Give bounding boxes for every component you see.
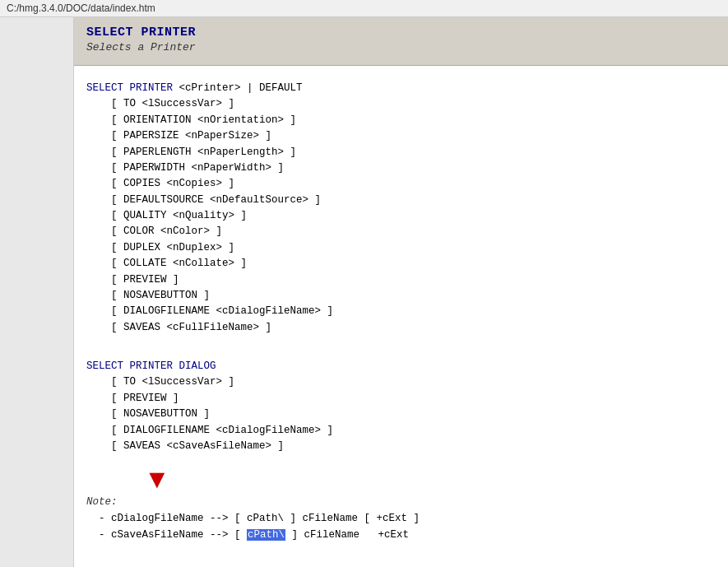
arrow-container: ▼ [74, 462, 728, 494]
syntax1-label: SELECT PRINTER <cPrinter> | DEFAULT [86, 81, 716, 96]
syntax1-opt-15: [ SAVEAS <cFullFileName> ] [86, 320, 716, 336]
syntax2-opt-3: [ NOSAVEBUTTON ] [86, 407, 716, 422]
syntax2-opt-1: [ TO <lSuccessVar> ] [86, 374, 716, 390]
syntax1-opt-13: [ NOSAVEBUTTON ] [86, 288, 716, 304]
left-sidebar [0, 17, 74, 567]
syntax1-opt-14: [ DIALOGFILENAME <cDialogFileName> ] [86, 304, 716, 319]
syntax1-opt-12: [ PREVIEW ] [86, 272, 716, 288]
syntax2-opt-4: [ DIALOGFILENAME <cDialogFileName> ] [86, 423, 716, 439]
syntax1-opt-10: [ DUPLEX <nDuplex> ] [86, 240, 716, 256]
syntax1-opt-11: [ COLLATE <nCollate> ] [86, 256, 716, 272]
header-section: SELECT PRINTER Selects a Printer [74, 17, 728, 66]
main-content: SELECT PRINTER Selects a Printer SELECT … [74, 17, 728, 567]
syntax1-opt-3: [ PAPERSIZE <nPaperSize> ] [86, 128, 716, 144]
syntax2-opt-2: [ PREVIEW ] [86, 391, 716, 407]
separator-1 [74, 344, 728, 359]
syntax1-opt-7: [ DEFAULTSOURCE <nDefaultSource> ] [86, 193, 716, 208]
note-line-1: - cDialogFileName --> [ cPath\ ] cFileNa… [86, 510, 716, 527]
syntax1-opt-2: [ ORIENTATION <nOrientation> ] [86, 113, 716, 128]
address-bar: C:/hmg.3.4.0/DOC/data/index.htm [0, 0, 728, 17]
down-arrow-icon: ▼ [144, 466, 716, 492]
page-subtitle: Selects a Printer [86, 41, 716, 53]
syntax2-label: SELECT PRINTER DIALOG [86, 359, 716, 374]
syntax-block-2: SELECT PRINTER DIALOG [ TO <lSuccessVar>… [74, 359, 728, 462]
syntax1-opt-4: [ PAPERLENGTH <nPaperLength> ] [86, 145, 716, 160]
note-line-2: - cSaveAsFileName --> [ cPath\ ] cFileNa… [86, 527, 716, 543]
syntax1-opt-6: [ COPIES <nCopies> ] [86, 176, 716, 192]
syntax1-opt-9: [ COLOR <nColor> ] [86, 224, 716, 239]
syntax2-opt-5: [ SAVEAS <cSaveAsFileName> ] [86, 439, 716, 454]
syntax1-opt-8: [ QUALITY <nQuality> ] [86, 208, 716, 224]
page-title: SELECT PRINTER [86, 26, 716, 40]
syntax1-opt-1: [ TO <lSuccessVar> ] [86, 96, 716, 112]
syntax-block-1: SELECT PRINTER <cPrinter> | DEFAULT [ TO… [74, 66, 728, 344]
url-display: C:/hmg.3.4.0/DOC/data/index.htm [0, 0, 728, 17]
content-area: SELECT PRINTER Selects a Printer SELECT … [0, 17, 728, 567]
note-label: Note: [86, 494, 716, 510]
syntax1-opt-5: [ PAPERWIDTH <nPaperWidth> ] [86, 160, 716, 176]
note-section: Note: - cDialogFileName --> [ cPath\ ] c… [74, 494, 728, 551]
separator-2 [74, 551, 728, 566]
